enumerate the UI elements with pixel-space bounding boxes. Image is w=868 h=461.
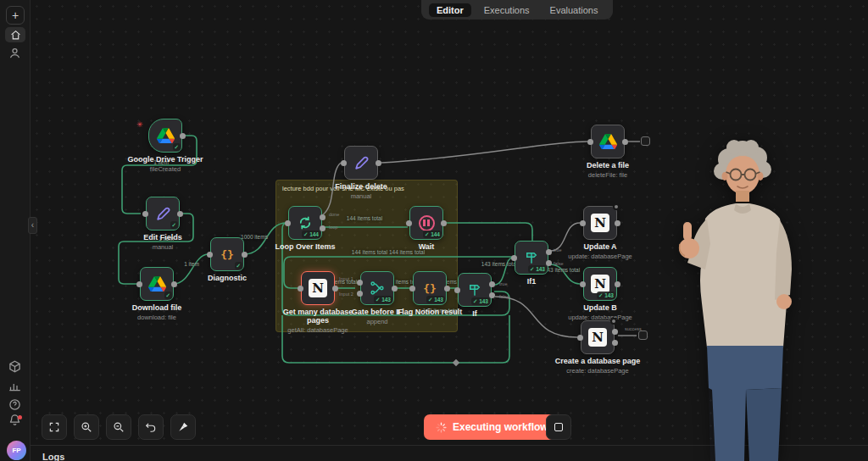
google-drive-icon: [157, 128, 175, 144]
node-update-a[interactable]: N Update Aupdate: databasePage: [583, 206, 617, 240]
sidebar-item-templates[interactable]: [8, 360, 22, 374]
undo-icon: [145, 421, 157, 433]
node-label: Update A: [554, 242, 647, 251]
stop-icon: [554, 423, 563, 431]
node-if1[interactable]: ✓ 143 If1: [515, 241, 548, 275]
loop-icon: [298, 215, 313, 230]
input-port[interactable]: [577, 335, 583, 341]
output-port[interactable]: [615, 281, 620, 287]
undo-button[interactable]: [138, 414, 164, 440]
user-avatar[interactable]: FP: [7, 441, 26, 460]
add-workflow-button[interactable]: +: [6, 6, 25, 25]
node-loop-over-items[interactable]: ✓ 144 Loop Over Items: [288, 206, 322, 240]
code-icon: {}: [220, 248, 234, 261]
executing-workflow-label: Executing workflow: [453, 421, 548, 433]
output-port-done[interactable]: [320, 214, 326, 220]
tab-evaluations[interactable]: Evaluations: [542, 3, 606, 17]
input-port[interactable]: [341, 160, 347, 166]
node-delete-a-file[interactable]: Delete a filedeleteFile: file: [591, 125, 625, 158]
port-label-false: false: [554, 261, 564, 266]
output-port[interactable]: [171, 281, 177, 287]
edge-label: 143 items total: [481, 261, 517, 267]
zoom-out-button[interactable]: [106, 414, 131, 440]
sidebar-collapse-handle[interactable]: ‹: [28, 217, 37, 234]
input-port[interactable]: [580, 281, 586, 287]
add-node-endpoint[interactable]: [641, 136, 650, 146]
notion-icon: N: [591, 275, 609, 293]
node-google-drive-trigger[interactable]: ✳ ✓ Google Drive TriggerfileCreated: [148, 119, 182, 153]
node-label: Loop Over Items: [259, 242, 352, 251]
signpost-if-icon: [524, 250, 539, 265]
node-update-b[interactable]: N ✓ 143 Update Bupdate: databasePage: [583, 267, 617, 301]
node-get-many-database-pages[interactable]: N Get many database pagesgetAll: databas…: [301, 271, 335, 305]
node-flag-notion-result[interactable]: {} ✓ 143 Flag Notion result: [413, 271, 447, 305]
node-label: If1: [485, 277, 578, 286]
success-badge: ✓ 143: [528, 265, 547, 273]
input-port[interactable]: [207, 252, 213, 258]
node-finalize-delete[interactable]: Finalize deletemanual: [344, 146, 378, 180]
sidebar-item-insights[interactable]: [8, 380, 22, 393]
sidebar-item-overview[interactable]: [5, 27, 25, 42]
node-label: Create a database page: [551, 357, 644, 365]
sidebar-item-personal[interactable]: [8, 47, 22, 60]
input-port-1[interactable]: [357, 280, 363, 286]
success-badge: ✓: [173, 143, 181, 151]
edge-label: 1 item: [184, 261, 199, 267]
node-download-file[interactable]: ✓ Download filedownload: file: [140, 267, 174, 301]
node-sublabel: create: databasePage: [551, 367, 644, 375]
node-sublabel: fileCreated: [119, 165, 212, 173]
output-port[interactable]: [615, 220, 620, 226]
executing-workflow-button[interactable]: Executing workflow: [424, 414, 560, 440]
port-label-input1: Input 1: [339, 276, 353, 281]
sidebar-item-help[interactable]: [8, 398, 22, 412]
output-port[interactable]: [392, 286, 398, 292]
stop-execution-button[interactable]: [546, 414, 571, 440]
input-port[interactable]: [285, 220, 291, 226]
output-port[interactable]: [180, 133, 186, 139]
add-node-endpoint[interactable]: [638, 330, 648, 340]
fit-view-button[interactable]: [42, 414, 67, 440]
node-edit-fields[interactable]: ✓ Edit Fieldsmanual: [146, 197, 180, 230]
output-port[interactable]: [376, 160, 381, 166]
node-diagnostic[interactable]: {} ✓ Diagnostic: [210, 237, 244, 271]
output-port-success[interactable]: [612, 329, 618, 335]
zoom-in-button[interactable]: [74, 414, 99, 440]
node-wait[interactable]: ✓ 144 Wait: [409, 206, 443, 240]
success-badge: ✓ 143: [426, 296, 445, 303]
input-port[interactable]: [409, 286, 415, 292]
input-port[interactable]: [511, 255, 517, 261]
input-port[interactable]: [136, 281, 142, 287]
fit-view-icon: [48, 421, 60, 433]
person-photo: [663, 134, 822, 461]
tab-executions[interactable]: Executions: [476, 3, 537, 17]
input-port[interactable]: [406, 220, 412, 226]
notion-icon: N: [591, 214, 609, 232]
tidy-up-icon: [177, 421, 189, 433]
input-port[interactable]: [454, 287, 460, 293]
output-port[interactable]: [622, 139, 628, 145]
port-label-done: done: [329, 212, 339, 217]
zoom-in-icon: [81, 421, 92, 433]
node-create-database-page[interactable]: N Create a database pagecreate: database…: [581, 320, 615, 354]
node-label: Edit Fields: [116, 233, 209, 242]
output-port[interactable]: [441, 220, 447, 226]
input-port[interactable]: [142, 211, 148, 217]
output-port[interactable]: [332, 286, 338, 292]
port-label-input2: Input 2: [339, 292, 353, 297]
node-label: If: [428, 309, 521, 318]
input-port[interactable]: [587, 139, 593, 145]
output-port-true[interactable]: [546, 249, 552, 255]
node-label: Wait: [380, 242, 473, 251]
output-port[interactable]: [242, 252, 248, 258]
input-port-2[interactable]: [357, 291, 363, 297]
tab-editor[interactable]: Editor: [429, 3, 471, 17]
help-icon: [8, 398, 21, 411]
output-port[interactable]: [444, 286, 450, 292]
edge-label: 143 items total: [544, 267, 580, 273]
tidy-up-button[interactable]: [170, 414, 196, 440]
input-port[interactable]: [298, 286, 303, 292]
output-port[interactable]: [177, 211, 183, 217]
input-port[interactable]: [580, 220, 586, 226]
node-gate-before-if[interactable]: ✓ 143 Gate before IFappend: [360, 271, 394, 305]
notion-icon: N: [309, 279, 327, 297]
